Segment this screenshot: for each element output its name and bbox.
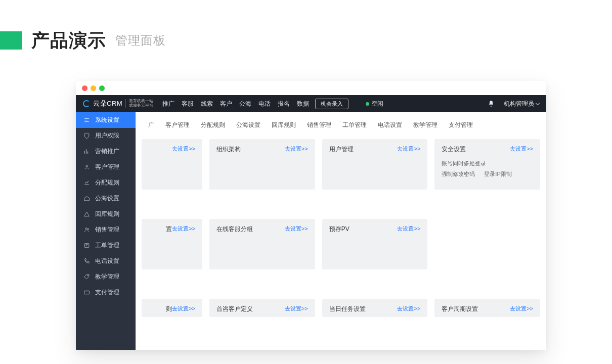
go-settings-link[interactable]: 去设置>> <box>397 145 420 153</box>
tab-item-cut[interactable]: 广 <box>143 117 160 133</box>
chart-icon <box>83 148 90 155</box>
tag-icon <box>83 274 90 280</box>
nav-item[interactable]: 客户 <box>220 100 232 108</box>
card-row: 置 去设置>> 在线客服分组 去设置>> 预存PV 去设置>> <box>142 219 540 269</box>
phone-icon <box>83 258 90 264</box>
tab-item[interactable]: 工单管理 <box>337 117 372 133</box>
settings-card: 安全设置 去设置>> 账号同时多处登录 强制修改密码 登录IP限制 <box>434 139 540 190</box>
sidebar-item[interactable]: 回库规则 <box>76 206 136 222</box>
zoom-dot-icon[interactable] <box>99 85 105 91</box>
sidebar-item-label: 工单管理 <box>95 241 119 250</box>
sidebar-item-label: 营销推广 <box>95 147 119 156</box>
card-title: 客户周期设置 <box>442 305 478 313</box>
sidebar-item-label: 电话设置 <box>95 257 119 265</box>
go-settings-link[interactable]: 去设置>> <box>285 225 308 233</box>
tab-item[interactable]: 客户管理 <box>160 117 195 133</box>
sidebar-item[interactable]: 营销推广 <box>76 144 136 159</box>
user-label: 机构管理员 <box>504 100 534 108</box>
svg-point-0 <box>85 165 87 167</box>
sidebar-item[interactable]: 客户管理 <box>76 159 136 175</box>
settings-card: 用户管理 去设置>> <box>322 139 428 190</box>
sidebar-item[interactable]: 电话设置 <box>76 253 136 269</box>
page-title-main: 产品演示 <box>31 28 106 53</box>
settings-card: 客户周期设置 去设置>> <box>434 299 540 317</box>
go-settings-link[interactable]: 去设置>> <box>172 145 195 153</box>
tab-item[interactable]: 支付管理 <box>443 117 478 133</box>
card-title: 首咨客户定义 <box>216 305 253 313</box>
minimize-dot-icon[interactable] <box>91 85 96 91</box>
go-settings-link[interactable]: 去设置>> <box>397 305 420 312</box>
card-title: 组织架构 <box>216 145 241 154</box>
sidebar-item-label: 分配规则 <box>95 178 119 187</box>
nav-item[interactable]: 公海 <box>239 100 251 108</box>
page-title-sub: 管理面板 <box>115 32 166 49</box>
tab-item[interactable]: 回库规则 <box>266 117 301 133</box>
rules-icon <box>83 179 90 186</box>
card-title-cut: 则 <box>166 305 172 313</box>
tab-item[interactable]: 销售管理 <box>301 117 337 133</box>
record-button[interactable]: 机会录入 <box>315 99 348 109</box>
nav-item[interactable]: 推广 <box>162 100 174 108</box>
house-icon <box>83 195 90 202</box>
sidebar-item-label: 教学管理 <box>95 272 119 281</box>
tab-item[interactable]: 公海设置 <box>231 117 266 133</box>
go-settings-link[interactable]: 去设置>> <box>510 145 533 153</box>
go-settings-link[interactable]: 去设置>> <box>172 225 195 233</box>
person-icon <box>83 164 90 170</box>
settings-card: 则 去设置>> <box>142 299 202 317</box>
card-title: 预存PV <box>329 225 349 234</box>
tab-item[interactable]: 分配规则 <box>195 117 231 133</box>
go-settings-link[interactable]: 去设置>> <box>397 225 420 233</box>
tab-item[interactable]: 电话设置 <box>372 117 408 133</box>
ticket-icon <box>83 242 90 249</box>
bell-icon[interactable] <box>488 100 495 107</box>
nav-item[interactable]: 报名 <box>278 100 290 108</box>
card-title: 用户管理 <box>329 145 354 154</box>
card-title: 当日任务设置 <box>329 305 366 313</box>
settings-card: 在线客服分组 去设置>> <box>209 219 315 269</box>
nav-item[interactable]: 线索 <box>201 100 213 108</box>
accent-bar <box>0 31 22 50</box>
sidebar-item[interactable]: 教学管理 <box>76 269 136 285</box>
triangle-icon <box>83 211 90 217</box>
app-window: 云朵CRM 教育机构一站 式服务云平台 推广 客服 线索 客户 公海 电话 报名… <box>76 81 546 350</box>
sidebar-item[interactable]: 分配规则 <box>76 175 136 191</box>
search-person-icon <box>83 226 90 233</box>
main-content: 广 客户管理 分配规则 公海设置 回库规则 销售管理 工单管理 电话设置 教学管… <box>136 112 546 350</box>
go-settings-link[interactable]: 去设置>> <box>285 145 308 153</box>
go-settings-link[interactable]: 去设置>> <box>172 305 195 312</box>
svg-point-3 <box>88 276 88 276</box>
card-sub-item: 账号同时多处登录 <box>442 160 486 167</box>
sidebar-item[interactable]: 销售管理 <box>76 222 136 238</box>
sidebar-item-label: 系统设置 <box>95 116 119 124</box>
settings-card: 组织架构 去设置>> <box>209 139 315 190</box>
nav-item[interactable]: 数据 <box>297 100 309 108</box>
settings-card: 当日任务设置 去设置>> <box>322 299 428 317</box>
sidebar-item[interactable]: 用户权限 <box>76 128 136 144</box>
svg-rect-4 <box>84 291 89 294</box>
settings-icon <box>83 117 90 123</box>
sidebar-item-label: 销售管理 <box>95 225 119 234</box>
user-dropdown[interactable]: 机构管理员 <box>504 100 539 108</box>
close-dot-icon[interactable] <box>82 85 88 91</box>
shield-icon <box>83 132 90 139</box>
sidebar-item-label: 回库规则 <box>95 210 119 218</box>
sidebar-item[interactable]: 支付管理 <box>76 285 136 300</box>
tab-item[interactable]: 教学管理 <box>408 117 443 133</box>
sidebar-item[interactable]: 系统设置 <box>76 112 136 128</box>
sidebar-item[interactable]: 公海设置 <box>76 191 136 206</box>
svg-point-1 <box>85 228 86 230</box>
card-sub-item: 强制修改密码 <box>442 170 475 178</box>
card-sub-item: 登录IP限制 <box>484 170 511 178</box>
top-nav: 云朵CRM 教育机构一站 式服务云平台 推广 客服 线索 客户 公海 电话 报名… <box>76 95 546 112</box>
nav-item[interactable]: 客服 <box>182 100 194 108</box>
card-icon <box>83 289 90 296</box>
go-settings-link[interactable]: 去设置>> <box>510 305 533 312</box>
go-settings-link[interactable]: 去设置>> <box>285 305 308 312</box>
sidebar-item-label: 公海设置 <box>95 194 119 203</box>
nav-item[interactable]: 电话 <box>258 100 271 108</box>
sidebar-item-label: 用户权限 <box>95 131 119 140</box>
sidebar-item[interactable]: 工单管理 <box>76 238 136 253</box>
svg-rect-2 <box>84 244 89 248</box>
status-label: 空闲 <box>371 100 383 108</box>
